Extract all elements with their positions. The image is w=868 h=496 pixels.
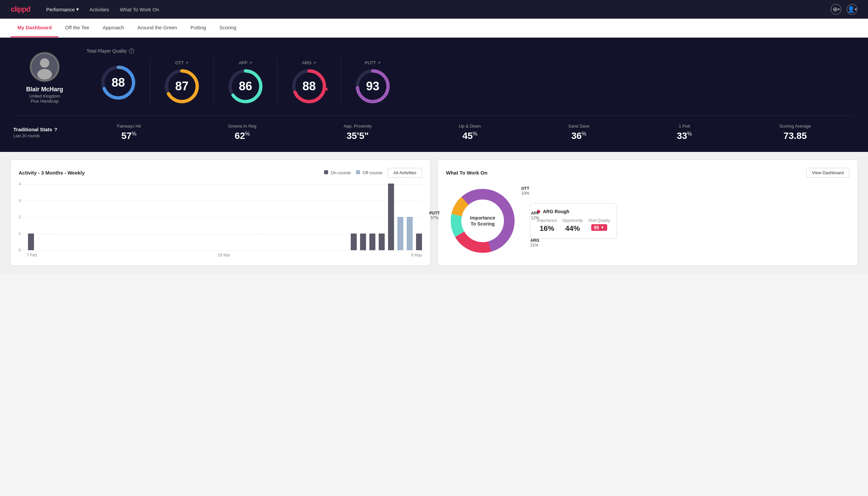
tab-off-the-tee[interactable]: Off the Tee [58,19,96,37]
score-ott-label: OTT ↗ [175,60,189,65]
bar-group [397,217,404,250]
score-putt: PUTT ↗ 93 [341,58,404,107]
bar-on [369,233,375,250]
score-overall: 88 [86,58,150,107]
bar-on [351,233,357,250]
bar-group [388,184,394,250]
arrow-icon: ↗ [185,61,189,65]
on-course-legend: On course [324,170,351,175]
traditional-stats: Traditional Stats ? Last 20 rounds Fairw… [13,124,855,141]
stat-items: Fairways Hit 57% Greens In Reg 62% App. … [73,124,855,141]
player-handicap: Plus Handicap [31,98,59,104]
nav-what-to-work-on[interactable]: What To Work On [120,7,159,12]
info-card-metrics: Importance 16% Opportunity 44% Shot Qual… [537,218,610,233]
bar-on [28,233,34,250]
arrow-icon: ↗ [249,61,252,65]
chart-x-labels: 7 Feb 28 Mar 9 May [19,253,422,258]
tab-my-dashboard[interactable]: My Dashboard [11,19,58,37]
bar-on [360,233,366,250]
stat-sand-save: Sand Save 36% [568,124,589,141]
all-activities-button[interactable]: All Activities [388,168,422,177]
arrow-icon: ↗ [313,61,316,65]
donut-label-putt: PUTT 57% [429,211,440,220]
tabs-bar: My Dashboard Off the Tee Approach Around… [0,19,868,37]
off-course-legend: Off course [356,170,382,175]
stat-greens-in-reg: Greens In Reg 62% [228,124,256,141]
nav-activities[interactable]: Activities [90,7,109,12]
stat-up-and-down: Up & Down 45% [459,124,481,141]
donut-label-ott: OTT 10% [521,186,529,196]
tab-scoring[interactable]: Scoring [212,19,243,37]
bar-on [416,233,422,250]
tab-approach[interactable]: Approach [96,19,130,37]
tpq-label: Total Player Quality ? [86,48,855,53]
score-app-value: 86 [239,79,252,93]
stat-1-putt: 1 Putt 33% [677,124,692,141]
nav-right: ⊕ ▾ 👤 ▾ [831,4,857,15]
wtwon-header: What To Work On View Dashboard [446,168,849,177]
arrow-icon: ↗ [377,61,381,65]
player-info: Blair McHarg United Kingdom Plus Handica… [13,52,86,104]
app-logo[interactable]: clippd [11,5,30,14]
on-course-dot [324,170,328,174]
bar-group [369,233,375,250]
bar-off [397,217,404,250]
chevron-down-icon: ▾ [76,6,79,12]
user-icon: 👤 [847,6,855,13]
svg-point-1 [40,58,49,68]
metric-opportunity: Opportunity 44% [562,218,583,233]
stat-scoring-average: Scoring Average 73.85 [779,124,811,141]
svg-point-2 [37,69,52,80]
bar-group [407,217,413,250]
stat-fairways-hit: Fairways Hit 57% [117,124,141,141]
tab-around-the-green[interactable]: Around the Green [130,19,184,37]
bar-group [416,233,422,250]
trad-stats-label: Traditional Stats ? Last 20 rounds [13,127,73,138]
score-ott-value: 87 [175,79,189,93]
ring-arg: 88 [291,68,327,105]
help-icon[interactable]: ? [129,48,134,53]
wtwon-title: What To Work On [446,170,487,175]
trad-stats-title: Traditional Stats ? [13,127,73,132]
info-card: ARG Rough Importance 16% Opportunity 44%… [530,203,617,238]
chevron-down-icon: ▾ [838,7,840,12]
score-arg-label: ARG ↗ [302,60,316,65]
bar-group [351,233,357,250]
stat-app-proximity: App. Proximity 35'5" [344,124,372,141]
user-menu-button[interactable]: 👤 ▾ [847,4,857,15]
hero-section: Blair McHarg United Kingdom Plus Handica… [0,37,868,152]
svg-point-12 [326,88,327,91]
view-dashboard-button[interactable]: View Dashboard [806,168,849,177]
donut-center-label: Importance To Scoring [470,215,495,227]
chart-legend: On course Off course [324,170,382,175]
metric-importance: Importance 16% [537,218,557,233]
bar-group [28,233,34,250]
score-putt-value: 93 [366,79,379,93]
player-name: Blair McHarg [26,86,63,93]
ring-app: 86 [227,68,264,105]
donut-area: Importance To Scoring OTT 10% APP 12% AR… [446,184,849,258]
score-ott: OTT ↗ 87 [150,58,214,107]
bar-on [379,233,385,250]
metric-shot-quality: Shot Quality 95 ▼ [588,218,610,233]
bar-off [407,217,413,250]
divider [13,115,855,115]
score-cards: 88 OTT ↗ 87 [86,58,855,107]
score-putt-label: PUTT ↗ [365,60,381,65]
activity-panel: Activity - 3 Months - Weekly On course O… [11,160,430,265]
activity-panel-title: Activity - 3 Months - Weekly [19,170,84,175]
chevron-down-icon: ▾ [855,7,857,12]
player-country: United Kingdom [29,94,60,98]
plus-icon: ⊕ [833,6,838,13]
donut-label-app: APP 12% [531,211,539,220]
score-overall-value: 88 [112,76,125,90]
help-icon[interactable]: ? [54,127,57,132]
hero-top: Blair McHarg United Kingdom Plus Handica… [13,48,855,107]
scores-section: Total Player Quality ? 88 [86,48,855,107]
add-button[interactable]: ⊕ ▾ [831,4,841,15]
score-app-label: APP ↗ [239,60,252,65]
ring-overall: 88 [100,64,137,101]
tab-putting[interactable]: Putting [184,19,213,37]
nav-performance[interactable]: Performance ▾ [46,6,79,12]
bottom-panels: Activity - 3 Months - Weekly On course O… [0,152,868,274]
